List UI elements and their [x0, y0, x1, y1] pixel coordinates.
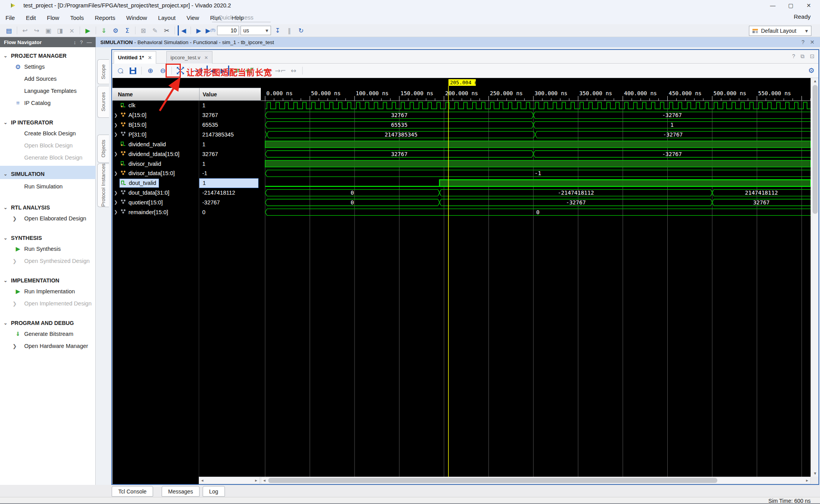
sidebar-item-run-implementation[interactable]: ▶Run Implementation — [0, 286, 96, 296]
scroll-up-icon[interactable]: ▲ — [812, 78, 818, 84]
paste-icon[interactable]: ◨ — [55, 25, 65, 35]
sidebar-item-open-synthesized-design[interactable]: ❯Open Synthesized Design — [0, 256, 96, 266]
next-marker-icon[interactable]: →⌐ — [275, 66, 286, 76]
open-project-icon[interactable]: ▤ — [4, 25, 14, 35]
signal-value-cell[interactable]: -32767 — [199, 198, 258, 208]
sidebar-item-add-sources[interactable]: Add Sources — [0, 74, 96, 84]
menu-edit[interactable]: Edit — [20, 11, 41, 24]
signal-value-cell[interactable]: 0 — [199, 207, 258, 217]
step-icon[interactable]: ↧ — [273, 25, 283, 35]
flow-section-ip-integrator[interactable]: ⌄IP INTEGRATOR — [0, 117, 96, 128]
close-tab-icon[interactable]: ✕ — [204, 55, 208, 60]
breakpoint-disabled-icon[interactable]: ⊠ — [138, 25, 148, 35]
help-icon[interactable]: ? — [801, 39, 804, 45]
go-to-time-icon[interactable]: →❙ — [193, 66, 204, 76]
expand-chevron-icon[interactable]: ❯ — [114, 113, 119, 118]
flow-section-synthesis[interactable]: ⌄SYNTHESIS — [0, 233, 96, 243]
help-icon[interactable]: ? — [80, 39, 83, 45]
scroll-left-icon[interactable]: ◂ — [261, 477, 267, 484]
menu-reports[interactable]: Reports — [89, 11, 121, 24]
run-for-time-icon[interactable]: ▶(T) — [205, 25, 216, 35]
signal-name-cell[interactable]: divisor_tdata[15:0] — [119, 169, 177, 177]
run-icon[interactable]: ▶ — [83, 25, 93, 35]
pause-icon[interactable]: ‖ — [284, 25, 294, 35]
side-tab-protocol-instances[interactable]: Protocol Instances — [97, 163, 109, 207]
sidebar-item-create-block-design[interactable]: Create Block Design — [0, 128, 96, 138]
signal-name-cell[interactable]: dividend_tdata[15:0] — [119, 150, 182, 158]
editor-tab-ipcore_testv[interactable]: ipcore_test.v✕ — [166, 51, 213, 64]
menu-flow[interactable]: Flow — [41, 11, 65, 24]
flow-section-implementation[interactable]: ⌄IMPLEMENTATION — [0, 275, 96, 286]
edit-disabled-icon[interactable]: ✎ — [150, 25, 160, 35]
editor-tab-untitled-1[interactable]: Untitled 1*✕ — [114, 51, 156, 64]
minimize-window-icon[interactable]: — — [764, 0, 782, 11]
expand-chevron-icon[interactable]: ❯ — [114, 132, 119, 137]
signal-value-cell[interactable]: 65535 — [199, 120, 258, 130]
bitstream-step-icon[interactable]: ⇓ — [99, 25, 109, 35]
menu-layout[interactable]: Layout — [153, 11, 181, 24]
menu-tools[interactable]: Tools — [65, 11, 89, 24]
settings-gear-icon[interactable]: ⚙ — [111, 25, 121, 35]
signal-name-cell[interactable]: clk — [119, 101, 138, 110]
signal-name-cell[interactable]: dout_tvalid — [119, 179, 159, 188]
scroll-down-icon[interactable]: ▼ — [812, 470, 818, 477]
signal-value-cell[interactable]: 1 — [199, 101, 258, 110]
sidebar-item-open-hardware-manager[interactable]: ❯Open Hardware Manager — [0, 341, 96, 351]
signal-value-cell[interactable]: 32767 — [199, 110, 258, 120]
menu-view[interactable]: View — [181, 11, 205, 24]
side-tab-sources[interactable]: Sources — [97, 86, 109, 118]
sidebar-item-open-elaborated-design[interactable]: ❯Open Elaborated Design — [0, 213, 96, 224]
sidebar-item-settings[interactable]: ⚙Settings — [0, 62, 96, 72]
relaunch-icon[interactable]: ↻ — [296, 25, 306, 35]
save-waveform-icon[interactable] — [128, 66, 138, 76]
sidebar-item-run-synthesis[interactable]: ▶Run Synthesis — [0, 244, 96, 254]
wave-divisor_tvalid[interactable] — [265, 160, 811, 167]
add-marker-icon[interactable]: +Γ — [244, 66, 254, 76]
search-icon[interactable] — [115, 66, 125, 76]
delete-icon[interactable]: × — [67, 25, 77, 35]
menu-window[interactable]: Window — [121, 11, 152, 24]
side-tab-objects[interactable]: Objects — [97, 135, 109, 163]
value-column-scrollbar[interactable]: ◂ ▸ — [199, 477, 260, 484]
run-time-unit-select[interactable]: us▾ — [241, 26, 271, 35]
flow-section-simulation[interactable]: ⌄SIMULATION — [0, 169, 96, 179]
layout-selector[interactable]: Default Layout ▾ — [749, 26, 811, 36]
run-all-icon[interactable]: ▶ — [194, 25, 204, 35]
minimize-panel-icon[interactable]: — — [87, 39, 92, 45]
sidebar-item-open-block-design[interactable]: Open Block Design — [0, 140, 96, 151]
signal-name-cell[interactable]: remainder[15:0] — [119, 208, 171, 216]
expand-chevron-icon[interactable]: ❯ — [114, 200, 119, 205]
close-window-icon[interactable]: ✕ — [800, 0, 818, 11]
signal-value-cell[interactable]: -1 — [199, 169, 258, 178]
console-tab-tcl-console[interactable]: Tcl Console — [112, 486, 153, 497]
previous-transition-icon[interactable]: ◀ — [207, 66, 217, 76]
zoom-in-icon[interactable]: ⊕ — [145, 66, 155, 76]
maximize-panel-icon[interactable]: ⊡ — [810, 53, 815, 60]
wave-dividend_tvalid[interactable] — [265, 141, 811, 147]
value-column-header[interactable]: Value — [200, 91, 217, 98]
wave-settings-gear-icon[interactable]: ⚙ — [808, 66, 815, 75]
restart-simulation-icon[interactable]: ◀ — [178, 25, 188, 35]
expand-chevron-icon[interactable]: ❯ — [114, 122, 119, 128]
previous-marker-icon[interactable]: ⌐← — [262, 66, 273, 76]
collapse-all-icon[interactable]: ↕ — [73, 39, 76, 45]
expand-chevron-icon[interactable]: ❯ — [114, 209, 119, 215]
sidebar-item-open-implemented-design[interactable]: ❯Open Implemented Design — [0, 298, 96, 309]
signal-value-cell[interactable]: 1 — [199, 139, 258, 149]
waveform-scrollbar-thumb[interactable] — [268, 478, 717, 483]
sidebar-item-run-simulation[interactable]: Run Simulation — [0, 181, 96, 192]
signal-name-cell[interactable]: divisor_tvalid — [119, 160, 164, 168]
float-panel-icon[interactable]: ⧉ — [800, 53, 804, 60]
signal-name-cell[interactable]: dout_tdata[31:0] — [119, 189, 172, 197]
signal-value-cell[interactable]: -2147418112 — [199, 188, 258, 198]
scroll-right-icon[interactable]: ▸ — [804, 477, 810, 484]
signal-name-cell[interactable]: B[15:0] — [119, 121, 149, 129]
swap-cursor-icon[interactable]: ⇄ — [232, 66, 242, 76]
sidebar-item-generate-bitstream[interactable]: ⇓Generate Bitstream — [0, 329, 96, 339]
name-column-header[interactable]: Name — [112, 91, 199, 98]
next-transition-icon[interactable]: ▶ — [219, 66, 229, 76]
signal-name-cell[interactable]: dividend_tvalid — [119, 140, 168, 148]
sidebar-item-language-templates[interactable]: Language Templates — [0, 86, 96, 96]
signal-name-cell[interactable]: A[15:0] — [119, 111, 149, 119]
expand-chevron-icon[interactable]: ❯ — [114, 171, 119, 176]
